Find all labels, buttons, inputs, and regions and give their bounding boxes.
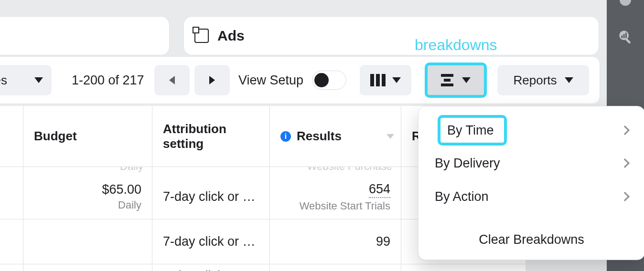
pagination-prev[interactable] <box>154 65 190 95</box>
by-action-label: By Action <box>435 189 489 204</box>
column-header-attribution[interactable]: Attribution setting <box>152 106 270 167</box>
ads-icon <box>194 29 209 43</box>
results-sublabel: Website Start Trials <box>300 200 390 212</box>
by-time-label: By Time <box>447 123 494 138</box>
svg-rect-1 <box>625 38 631 44</box>
info-icon[interactable]: i <box>280 131 291 142</box>
breakdowns-menu: By Time By Delivery By Action Clear Brea… <box>418 106 644 260</box>
view-setup-label: View Setup <box>238 73 303 88</box>
budget-header-label: Budget <box>34 129 77 144</box>
breakdown-by-action[interactable]: By Action <box>424 181 639 212</box>
column-header-hidden[interactable] <box>0 106 23 167</box>
pagination-counter: 1-200 of 217 <box>72 73 144 88</box>
view-setup-toggle[interactable] <box>312 71 346 90</box>
budget-sublabel: Daily <box>118 199 141 211</box>
pagination-next[interactable] <box>194 65 230 95</box>
results-value: 300 <box>369 269 390 271</box>
clear-breakdowns-label: Clear Breakdowns <box>479 232 584 247</box>
results-value: 99 <box>376 234 390 249</box>
budget-value: $65.00 <box>102 182 141 197</box>
reports-dropdown[interactable]: Reports <box>497 65 589 95</box>
ads-tab-panel[interactable]: Ads <box>183 16 599 55</box>
attribution-value: 7-day click or … <box>163 189 259 204</box>
column-header-budget[interactable]: Budget <box>23 106 152 167</box>
columns-icon <box>370 74 386 86</box>
rail-avatar[interactable] <box>620 0 631 6</box>
rules-label-fragment: iles <box>0 73 7 88</box>
breakdown-by-time[interactable]: By Time <box>424 115 639 146</box>
svg-rect-2 <box>622 35 623 38</box>
table-row[interactable]: 7-day click or ... 300 <box>0 264 526 271</box>
view-setup-toggle-group: View Setup <box>238 71 346 90</box>
attribution-header-label: Attribution setting <box>163 122 259 151</box>
triangle-left-icon <box>169 76 175 84</box>
attribution-value: 7-day click or ... <box>163 269 259 271</box>
triangle-right-icon <box>209 76 215 84</box>
ghost-results-sub: Website Purchase <box>307 167 392 173</box>
previous-tab-panel <box>0 16 170 55</box>
svg-rect-4 <box>625 33 627 38</box>
chevron-down-icon <box>565 77 573 83</box>
chevron-right-icon <box>620 125 630 135</box>
ads-tab-label: Ads <box>217 28 245 44</box>
columns-dropdown[interactable] <box>360 65 411 95</box>
toggle-knob <box>314 73 329 87</box>
breakdown-by-delivery[interactable]: By Delivery <box>424 147 639 179</box>
chevron-down-icon <box>392 77 401 83</box>
ghost-budget-sub: Daily <box>120 167 143 173</box>
breakdowns-dropdown[interactable] <box>425 63 487 98</box>
breakdowns-icon <box>441 74 453 86</box>
chevron-right-icon <box>620 192 630 201</box>
row-name-fragment: ne <box>0 189 12 204</box>
by-delivery-label: By Delivery <box>435 156 500 171</box>
results-header-label: Results <box>297 129 342 144</box>
svg-rect-3 <box>623 34 625 38</box>
column-header-results[interactable]: i Results <box>270 106 401 167</box>
chevron-down-icon <box>34 77 43 83</box>
sort-desc-icon <box>386 134 394 139</box>
analytics-search-icon[interactable] <box>617 29 633 45</box>
attribution-value: 7-day click or … <box>163 234 259 249</box>
annotation-breakdowns: breakdowns <box>415 36 497 54</box>
results-value: 654 <box>369 182 390 198</box>
clear-breakdowns[interactable]: Clear Breakdowns <box>424 225 639 251</box>
rules-dropdown[interactable]: iles <box>0 65 52 95</box>
chevron-down-icon <box>462 77 471 83</box>
toolbar: iles 1-200 of 217 View Setup Reports <box>0 56 600 104</box>
chevron-right-icon <box>620 158 630 168</box>
reports-label: Reports <box>513 73 557 88</box>
